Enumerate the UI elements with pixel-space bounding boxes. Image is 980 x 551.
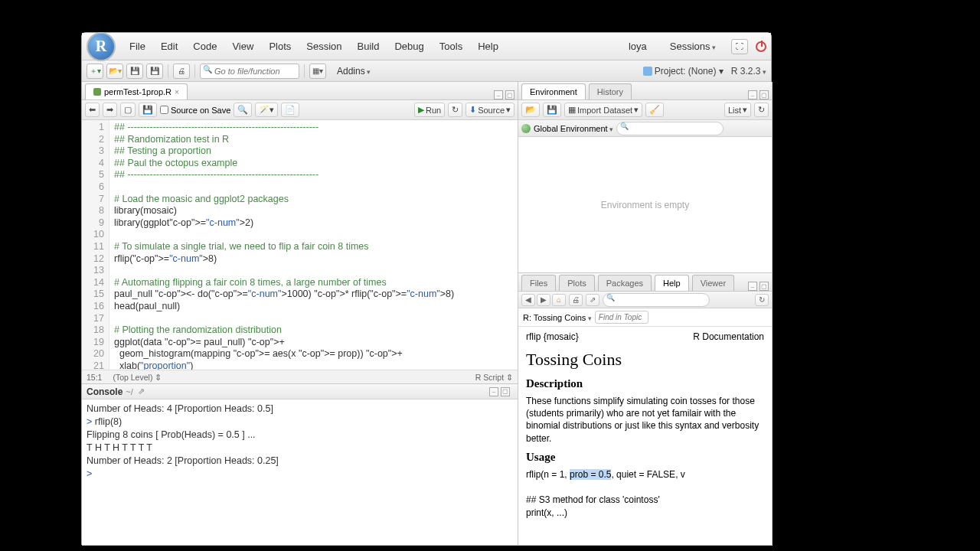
env-tabs: Environment History – ▢: [518, 82, 772, 100]
r-file-icon: [93, 88, 101, 96]
close-icon[interactable]: ×: [175, 88, 179, 96]
console-header: Console ~/ ⇗ – ▢: [82, 384, 518, 399]
menu-edit[interactable]: Edit: [153, 41, 185, 52]
print-button[interactable]: 🖨: [173, 64, 190, 79]
minimize-icon[interactable]: –: [748, 90, 757, 99]
tab-packages[interactable]: Packages: [598, 275, 652, 291]
quit-icon[interactable]: [756, 41, 766, 52]
grid-button[interactable]: ▦▾: [309, 64, 326, 79]
maximize-icon[interactable]: ▢: [505, 90, 514, 99]
sessions-dropdown[interactable]: Sessions: [662, 41, 724, 52]
tab-viewer[interactable]: Viewer: [692, 275, 734, 291]
forward-button[interactable]: ➡: [103, 103, 117, 117]
source-toolbar: ⬅ ➡ ▢ 💾 Source on Save 🔍 🪄▾ 📄 ▶Run ↻ ⬇So…: [82, 100, 518, 120]
console-title: Console: [87, 386, 122, 397]
save-button[interactable]: 💾: [126, 64, 143, 79]
tab-files[interactable]: Files: [521, 275, 556, 291]
wand-button[interactable]: 🪄▾: [255, 103, 278, 117]
scope-label[interactable]: (Top Level) ⇕: [113, 373, 162, 382]
compile-button[interactable]: 📄: [281, 103, 299, 117]
help-desc-heading: Description: [526, 377, 764, 390]
refresh-env-button[interactable]: ↻: [754, 103, 769, 117]
help-topic-bar: R: Tossing Coins: [518, 308, 772, 327]
maximize-icon[interactable]: ▢: [501, 387, 510, 396]
env-search-input[interactable]: [616, 122, 724, 135]
r-version-dropdown[interactable]: R 3.2.3: [731, 66, 766, 77]
addins-dropdown[interactable]: Addins: [329, 66, 378, 77]
save-workspace-button[interactable]: 💾: [543, 103, 561, 117]
help-print-button[interactable]: 🖨: [569, 294, 583, 306]
env-scope-dropdown[interactable]: Global Environment: [534, 124, 613, 133]
project-icon: [643, 67, 652, 76]
open-file-button[interactable]: 📂▾: [106, 64, 123, 79]
project-dropdown[interactable]: Project: (None) ▾: [643, 66, 724, 77]
help-find-input[interactable]: [595, 311, 648, 324]
import-dataset-button[interactable]: ▦ Import Dataset ▾: [564, 103, 642, 117]
tab-environment[interactable]: Environment: [521, 83, 586, 99]
console-path: ~/: [126, 387, 132, 396]
tab-history[interactable]: History: [589, 83, 632, 99]
clear-env-button[interactable]: [645, 103, 664, 117]
menu-tools[interactable]: Tools: [432, 41, 470, 52]
menu-file[interactable]: File: [122, 41, 153, 52]
fullscreen-icon[interactable]: ⛶: [731, 39, 748, 54]
find-button[interactable]: 🔍: [234, 103, 252, 117]
console-popout-icon[interactable]: ⇗: [138, 386, 145, 396]
console-output[interactable]: Number of Heads: 4 [Proportion Heads: 0.…: [82, 399, 518, 545]
menu-build[interactable]: Build: [350, 41, 387, 52]
help-refresh-button[interactable]: ↻: [755, 294, 769, 306]
help-popout-button[interactable]: ⇗: [586, 294, 599, 306]
help-back-button[interactable]: ◀: [521, 294, 535, 306]
file-type[interactable]: R Script: [475, 373, 504, 382]
save-source-button[interactable]: 💾: [139, 103, 157, 117]
save-all-button[interactable]: 💾: [146, 64, 163, 79]
goto-input[interactable]: [200, 64, 299, 79]
menu-view[interactable]: View: [224, 41, 261, 52]
console-pane: Console ~/ ⇗ – ▢ Number of Heads: 4 [Pro…: [82, 384, 518, 546]
help-pane: Files Plots Packages Help Viewer – ▢ ◀ ▶…: [518, 273, 773, 546]
help-title: Tossing Coins: [526, 350, 764, 370]
help-search-input[interactable]: [603, 293, 710, 307]
help-content[interactable]: rflip {mosaic} R Documentation Tossing C…: [518, 327, 772, 545]
help-home-button[interactable]: ⌂: [552, 294, 566, 306]
help-usage-code: rflip(n = 1, prob = 0.5, quiet = FALSE, …: [526, 468, 764, 520]
env-scope-bar: Global Environment: [518, 120, 772, 137]
help-tabs: Files Plots Packages Help Viewer – ▢: [518, 273, 772, 292]
help-topic-dropdown[interactable]: R: Tossing Coins: [523, 313, 592, 322]
help-forward-button[interactable]: ▶: [537, 294, 550, 306]
tab-help[interactable]: Help: [655, 275, 689, 291]
rerun-button[interactable]: ↻: [448, 103, 462, 117]
env-empty-label: Environment is empty: [518, 137, 772, 272]
help-sig-left: rflip {mosaic}: [526, 331, 579, 342]
help-nav-toolbar: ◀ ▶ ⌂ 🖨 ⇗ ↻: [518, 292, 772, 308]
new-file-button[interactable]: ＋▾: [87, 64, 103, 79]
minimize-icon[interactable]: –: [489, 387, 498, 396]
source-pane: permTest-1prop.R × – ▢ ⬅ ➡ ▢ 💾 Source on…: [82, 82, 518, 384]
menu-code[interactable]: Code: [185, 41, 224, 52]
help-sig-right: R Documentation: [693, 331, 764, 342]
user-label: loya: [621, 41, 655, 52]
minimize-icon[interactable]: –: [748, 282, 757, 291]
code-editor[interactable]: 123456789101112131415161718192021 ## ---…: [82, 120, 518, 370]
list-view-button[interactable]: List ▾: [724, 103, 751, 117]
menu-session[interactable]: Session: [299, 41, 349, 52]
load-workspace-button[interactable]: 📂: [521, 103, 540, 117]
rstudio-window: R File Edit Code View Plots Session Buil…: [81, 32, 772, 545]
help-desc-text: These functions simplify simulating coin…: [526, 395, 764, 445]
run-button[interactable]: ▶Run: [414, 103, 445, 117]
maximize-icon[interactable]: ▢: [760, 282, 769, 291]
menu-plots[interactable]: Plots: [261, 41, 299, 52]
globe-icon: [521, 124, 531, 133]
source-tab[interactable]: permTest-1prop.R ×: [85, 83, 188, 99]
back-button[interactable]: ⬅: [85, 103, 100, 117]
menu-help[interactable]: Help: [470, 41, 506, 52]
menu-debug[interactable]: Debug: [387, 41, 431, 52]
source-button[interactable]: ⬇Source ▾: [466, 103, 514, 117]
minimize-icon[interactable]: –: [494, 90, 503, 99]
tab-plots[interactable]: Plots: [559, 275, 594, 291]
show-in-new-button[interactable]: ▢: [120, 103, 136, 117]
menubar: R File Edit Code View Plots Session Buil…: [82, 33, 771, 60]
maximize-icon[interactable]: ▢: [760, 90, 769, 99]
tab-label: permTest-1prop.R: [104, 87, 172, 96]
source-on-save-checkbox[interactable]: Source on Save: [160, 106, 230, 115]
